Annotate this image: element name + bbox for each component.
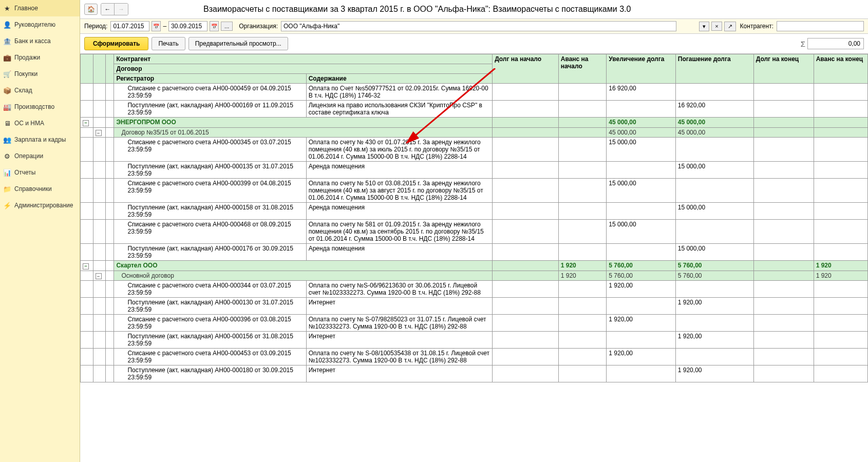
table-row[interactable]: Поступление (акт, накладная) АН00-000176… xyxy=(81,244,868,261)
cell-registrator: Поступление (акт, накладная) АН00-000176… xyxy=(114,244,306,261)
cell-value xyxy=(814,138,867,162)
group-contract: Договор №35/15 от 01.06.2015 xyxy=(114,127,493,138)
col-adv-end: Аванс на конец xyxy=(814,54,867,84)
contr-input[interactable] xyxy=(777,21,864,31)
home-button[interactable]: 🏠 xyxy=(84,4,98,15)
sidebar-item-9[interactable]: ⚙Операции xyxy=(0,148,80,164)
cell-value xyxy=(493,244,559,261)
date-to-input[interactable] xyxy=(168,21,207,31)
back-button[interactable]: ← xyxy=(101,4,115,15)
group-contragent: ЭНЕРГОПРОМ ООО xyxy=(114,118,493,128)
sidebar-item-2[interactable]: 🏦Банк и касса xyxy=(0,33,80,49)
cell-registrator: Списание с расчетного счета АН00-000453 … xyxy=(114,349,306,365)
table-row[interactable]: −Скартел ООО1 9205 760,005 760,001 920 xyxy=(81,261,868,271)
sidebar-item-11[interactable]: 📁Справочники xyxy=(0,181,80,197)
table-row[interactable]: Списание с расчетного счета АН00-000468 … xyxy=(81,220,868,244)
expand-button[interactable]: − xyxy=(96,130,102,136)
cell-registrator: Поступление (акт, накладная) АН00-000135… xyxy=(114,162,306,179)
table-row[interactable]: Списание с расчетного счета АН00-000459 … xyxy=(81,84,868,101)
date-from-input[interactable] xyxy=(110,21,149,31)
period-dots-button[interactable]: ... xyxy=(221,22,233,31)
cell-value xyxy=(493,281,559,298)
table-row[interactable]: Поступление (акт, накладная) АН00-000169… xyxy=(81,101,868,118)
cell-registrator: Поступление (акт, накладная) АН00-000158… xyxy=(114,203,306,220)
sidebar-icon-10: 📊 xyxy=(3,168,11,177)
org-input[interactable] xyxy=(281,21,676,31)
cell-value xyxy=(753,203,814,220)
table-row[interactable]: Поступление (акт, накладная) АН00-000156… xyxy=(81,332,868,349)
calendar-from-button[interactable]: 📅 xyxy=(152,21,161,31)
report-area[interactable]: Контрагент Долг на начало Аванс на начал… xyxy=(80,54,868,462)
cell-value xyxy=(558,162,607,179)
topbar: 🏠 ← → Взаиморасчеты с поставщиками за 3 … xyxy=(80,0,868,19)
table-row[interactable]: Списание с расчетного счета АН00-000344 … xyxy=(81,281,868,298)
sigma-icon: Σ xyxy=(801,40,805,48)
cell-value xyxy=(753,271,814,281)
cell-value xyxy=(558,127,607,138)
cell-value xyxy=(814,118,867,128)
table-row[interactable]: Списание с расчетного счета АН00-000399 … xyxy=(81,179,868,203)
table-row[interactable]: Поступление (акт, накладная) АН00-000130… xyxy=(81,298,868,315)
table-row[interactable]: Поступление (акт, накладная) АН00-000135… xyxy=(81,162,868,179)
col-dec-debt: Погашение долга xyxy=(675,54,753,84)
sidebar-item-10[interactable]: 📊Отчеты xyxy=(0,164,80,181)
cell-value xyxy=(607,101,675,118)
cell-value xyxy=(558,244,607,261)
main-content: 🏠 ← → Взаиморасчеты с поставщиками за 3 … xyxy=(80,0,868,462)
org-dropdown-button[interactable]: ▾ xyxy=(699,22,709,31)
sidebar-label-3: Продажи xyxy=(14,54,40,61)
org-open-button[interactable]: ↗ xyxy=(724,22,736,31)
cell-value xyxy=(753,162,814,179)
cell-value xyxy=(675,138,753,162)
table-row[interactable]: Списание с расчетного счета АН00-000396 … xyxy=(81,315,868,332)
sum-input[interactable] xyxy=(807,38,864,49)
print-button[interactable]: Печать xyxy=(152,37,185,50)
calendar-to-button[interactable]: 📅 xyxy=(210,21,219,31)
cell-value xyxy=(558,179,607,203)
cell-value: 5 760,00 xyxy=(607,271,675,281)
table-row[interactable]: Списание с расчетного счета АН00-000345 … xyxy=(81,138,868,162)
sidebar-item-7[interactable]: 🖥ОС и НМА xyxy=(0,115,80,131)
preview-button[interactable]: Предварительный просмотр... xyxy=(188,37,288,50)
table-row[interactable]: Поступление (акт, накладная) АН00-000158… xyxy=(81,203,868,220)
sidebar-item-12[interactable]: ⚡Администрирование xyxy=(0,197,80,214)
col-description: Содержание xyxy=(306,74,492,84)
sidebar-item-4[interactable]: 🛒Покупки xyxy=(0,66,80,82)
cell-registrator: Списание с расчетного счета АН00-000468 … xyxy=(114,220,306,244)
cell-value xyxy=(607,162,675,179)
forward-button[interactable]: → xyxy=(115,4,128,15)
expand-button[interactable]: − xyxy=(83,263,89,270)
expand-button[interactable]: − xyxy=(83,120,89,126)
cell-value xyxy=(493,162,559,179)
sidebar-item-3[interactable]: 💼Продажи xyxy=(0,49,80,66)
sidebar-icon-11: 📁 xyxy=(3,185,11,193)
form-button[interactable]: Сформировать xyxy=(84,37,148,50)
cell-value: 16 920,00 xyxy=(607,84,675,101)
table-row[interactable]: Списание с расчетного счета АН00-000453 … xyxy=(81,349,868,365)
cell-value xyxy=(493,220,559,244)
sidebar-icon-12: ⚡ xyxy=(3,201,11,209)
sidebar-item-5[interactable]: 📦Склад xyxy=(0,82,80,99)
table-row[interactable]: −Договор №35/15 от 01.06.201545 000,0045… xyxy=(81,127,868,138)
sidebar-label-12: Администрирование xyxy=(14,202,73,209)
cell-value: 16 920,00 xyxy=(675,101,753,118)
org-clear-button[interactable]: × xyxy=(711,22,722,31)
cell-description: Интернет xyxy=(306,365,492,382)
sidebar-item-6[interactable]: 🏭Производство xyxy=(0,99,80,115)
cell-value: 15 000,00 xyxy=(607,138,675,162)
sidebar-icon-4: 🛒 xyxy=(3,70,11,78)
cell-value xyxy=(558,101,607,118)
sidebar-item-8[interactable]: 👥Зарплата и кадры xyxy=(0,131,80,148)
sidebar-item-1[interactable]: 👤Руководителю xyxy=(0,16,80,33)
cell-value xyxy=(814,315,867,332)
expand-button[interactable]: − xyxy=(96,273,102,279)
cell-value xyxy=(753,298,814,315)
cell-value: 1 920,00 xyxy=(675,298,753,315)
cell-registrator: Поступление (акт, накладная) АН00-000130… xyxy=(114,298,306,315)
sidebar-icon-0: ★ xyxy=(3,4,11,12)
cell-description: Оплата по счету № 581 от 01.09.2015 г. З… xyxy=(306,220,492,244)
table-row[interactable]: −Основной договор1 9205 760,005 760,001 … xyxy=(81,271,868,281)
sidebar-item-0[interactable]: ★Главное xyxy=(0,0,80,16)
table-row[interactable]: −ЭНЕРГОПРОМ ООО45 000,0045 000,00 xyxy=(81,118,868,128)
table-row[interactable]: Поступление (акт, накладная) АН00-000180… xyxy=(81,365,868,382)
